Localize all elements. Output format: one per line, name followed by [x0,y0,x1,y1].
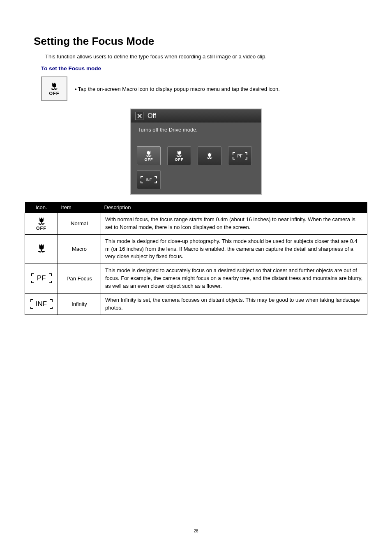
off-label: OFF [36,226,46,231]
close-icon[interactable]: ✕ [135,112,143,120]
cell-item: Macro [58,234,101,264]
cell-desc: This mode is designed to accurately focu… [101,264,367,294]
cell-item: Normal [58,213,101,235]
tulip-icon [35,243,48,254]
cell-item: Pan Focus [58,264,101,294]
popup-description: Turns off the Drive mode. [131,123,261,142]
intro-text: This function allows users to define the… [45,53,367,60]
inf-label: INF [146,178,152,182]
focus-mode-table: Icon. Item Description OFF Normal With n… [25,202,367,315]
table-row: OFF Normal With normal focus, the focus … [25,213,367,235]
th-item: Item [58,202,101,213]
cell-desc: With normal focus, the focus range start… [101,213,367,235]
off-label: OFF [49,91,60,96]
inf-label: INF [36,300,47,308]
th-icon: Icon. [25,202,58,213]
page-number: 26 [25,529,367,533]
popup-option-macro[interactable] [198,146,221,165]
tap-instruction-text: •Tap the on-screen Macro icon to display… [75,86,280,92]
tulip-icon [49,82,60,91]
table-row: PF Pan Focus This mode is designed to ac… [25,264,367,294]
tulip-icon [175,150,184,157]
off-label: OFF [175,158,184,162]
popup-title: Off [148,112,156,120]
pf-label: PF [238,154,243,158]
page-title: Setting the Focus Mode [34,35,367,48]
tap-instruction-content: Tap the on-screen Macro icon to display … [78,86,280,92]
subheading: To set the Focus mode [41,65,367,72]
tulip-icon [205,152,214,160]
th-desc: Description [101,202,367,213]
table-row: Macro This mode is designed for close-up… [25,234,367,264]
off-label: OFF [145,158,153,162]
cell-icon-normal: OFF [25,213,58,235]
cell-desc: This mode is designed for close-up photo… [101,234,367,264]
popup-screenshot: ✕ Off Turns off the Drive mode. OFF [130,109,262,195]
popup-option-inf[interactable]: INF [137,170,161,189]
cell-icon-macro [25,234,58,264]
tulip-icon [36,217,47,226]
cell-desc: When Infinity is set, the camera focuses… [101,293,367,315]
pf-label: PF [37,274,46,282]
cell-icon-pf: PF [25,264,58,294]
table-row: INF Infinity When Infinity is set, the c… [25,293,367,315]
tap-instruction-row: OFF •Tap the on-screen Macro icon to dis… [41,76,367,101]
macro-off-example-icon: OFF [41,76,67,101]
cell-item: Infinity [58,293,101,315]
cell-icon-inf: INF [25,293,58,315]
popup-option-pf[interactable]: PF [228,146,252,165]
popup-option-super-macro[interactable]: OFF [167,146,191,165]
popup-titlebar: ✕ Off [131,109,261,123]
popup-option-normal[interactable]: OFF [137,146,161,165]
tulip-icon [144,150,153,157]
